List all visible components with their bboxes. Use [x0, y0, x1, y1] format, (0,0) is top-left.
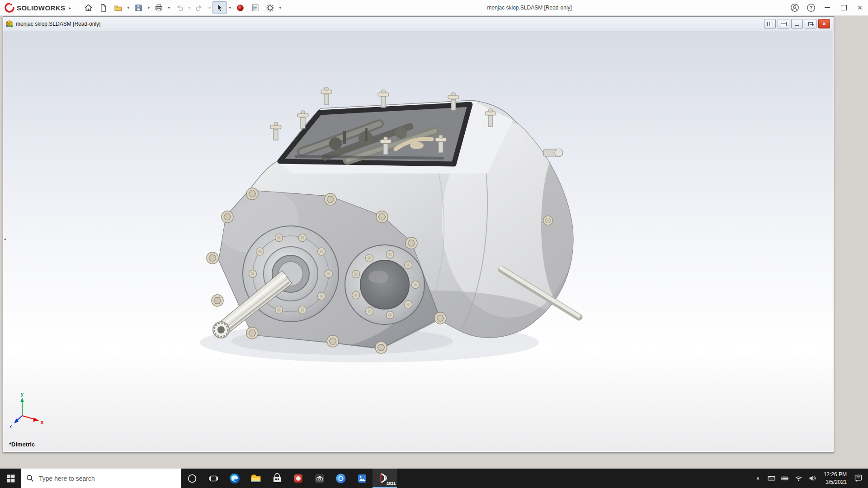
cortana-icon [187, 473, 198, 484]
cortana-button[interactable] [181, 469, 203, 488]
document-window-controls: × [764, 19, 831, 28]
output-flange [345, 245, 425, 324]
open-dropdown-chevron[interactable]: ▾ [126, 6, 131, 10]
user-account-icon [790, 3, 799, 12]
undo-icon [175, 4, 184, 12]
doc-restore-icon [808, 22, 813, 26]
redo-icon [195, 4, 204, 12]
help-button[interactable]: ? [803, 0, 819, 15]
app-window-controls: ? × [787, 0, 868, 15]
undo-dropdown-chevron[interactable]: ▾ [187, 6, 192, 10]
options-dropdown-chevron[interactable]: ▾ [278, 6, 283, 10]
solidworks-logo: SOLIDWORKS [0, 3, 68, 13]
assembly-icon [5, 20, 13, 28]
account-button[interactable] [787, 0, 803, 15]
keyboard-tray-button[interactable] [765, 474, 778, 482]
photos-app-button[interactable] [351, 469, 373, 488]
select-tool-button[interactable] [212, 1, 227, 14]
network-icon [795, 474, 802, 482]
edge-taskbar-button[interactable] [224, 469, 245, 488]
start-button[interactable] [0, 469, 21, 488]
minimize-icon [825, 7, 830, 8]
save-dropdown-chevron[interactable]: ▾ [146, 6, 151, 10]
doc-minimize-icon [795, 25, 799, 26]
windows-taskbar: 2021 ∧ [0, 469, 868, 488]
round-app-icon [335, 473, 347, 484]
battery-tray-button[interactable] [778, 474, 792, 482]
search-input[interactable] [38, 474, 176, 483]
edge-icon [229, 473, 241, 484]
maximize-button[interactable] [835, 0, 852, 15]
network-tray-button[interactable] [792, 474, 806, 482]
print-dropdown-chevron[interactable]: ▾ [166, 6, 171, 10]
select-dropdown-chevron[interactable]: ▾ [227, 6, 232, 10]
logo-flyout-arrow[interactable]: ▸ [69, 5, 71, 10]
taskbar-search[interactable] [21, 469, 181, 488]
file-explorer-icon [250, 473, 262, 484]
pane-split-vertical-button[interactable] [764, 19, 776, 28]
triad-y-label: y [21, 391, 24, 397]
brand-name: SOLIDWORKS [17, 4, 65, 12]
windows-logo-icon [6, 474, 16, 483]
resources-button[interactable] [233, 1, 247, 14]
task-view-button[interactable] [203, 469, 224, 488]
document-titlebar[interactable]: menjac sklop.SLDASM [Read-only] × [3, 17, 834, 31]
clock-date: 3/5/2021 [826, 479, 847, 486]
task-view-icon [208, 473, 219, 484]
main-toolbar: ▾ ▾ ▾ [81, 1, 283, 14]
print-icon [155, 4, 163, 12]
property-sheet-button[interactable] [248, 1, 262, 14]
property-sheet-icon [251, 4, 259, 12]
doc-restore-button[interactable] [805, 19, 816, 28]
document-window: menjac sklop.SLDASM [Read-only] × [3, 16, 834, 453]
solidworks-taskbar-button[interactable]: 2021 [373, 469, 397, 488]
redo-button[interactable] [192, 1, 207, 14]
solidworks-version-badge: 2021 [387, 481, 396, 486]
doc-close-icon: × [822, 21, 826, 27]
home-button[interactable] [81, 1, 95, 14]
triad-x-label: x [41, 419, 44, 425]
save-button[interactable] [131, 1, 146, 14]
select-cursor-icon [216, 4, 224, 12]
red-app-button[interactable] [288, 469, 309, 488]
camera-app-button[interactable] [309, 469, 330, 488]
clock-time: 12:26 PM [824, 471, 847, 478]
graphics-area[interactable]: y x z ◄ *Dimetric [3, 31, 833, 451]
action-center-icon [854, 474, 863, 483]
featuremanager-collapse-arrow[interactable]: ◄ [3, 233, 9, 245]
minimize-button[interactable] [819, 0, 835, 15]
open-button[interactable] [111, 1, 125, 14]
orientation-triad[interactable]: y x z [9, 391, 44, 428]
print-button[interactable] [151, 1, 166, 14]
options-button[interactable] [263, 1, 277, 14]
app-document-title: menjac sklop.SLDASM [Read-only] [487, 5, 571, 11]
volume-tray-button[interactable] [806, 474, 819, 482]
red-sphere-icon [236, 4, 245, 12]
help-icon: ? [807, 3, 816, 12]
split-horizontal-icon [781, 22, 787, 26]
action-center-button[interactable] [851, 474, 865, 483]
round-app-button[interactable] [330, 469, 351, 488]
store-button[interactable] [266, 469, 288, 488]
save-icon [134, 4, 143, 12]
undo-button[interactable] [172, 1, 186, 14]
close-button[interactable]: × [852, 0, 868, 15]
doc-close-button[interactable]: × [818, 19, 830, 28]
solidworks-app: SOLIDWORKS ▸ [0, 0, 868, 488]
file-explorer-button[interactable] [245, 469, 266, 488]
hidden-icons-button[interactable]: ∧ [751, 475, 765, 481]
new-document-button[interactable] [96, 1, 110, 14]
new-document-icon [99, 4, 108, 12]
pane-split-horizontal-button[interactable] [778, 19, 789, 28]
help-glyph: ? [810, 5, 813, 10]
camera-app-icon [314, 473, 326, 484]
touch-keyboard-icon [768, 474, 775, 482]
top-opening-gasket [280, 104, 470, 164]
store-icon [271, 473, 283, 484]
view-orientation-label: *Dimetric [9, 441, 35, 448]
app-titlebar: SOLIDWORKS ▸ [0, 0, 868, 16]
doc-minimize-button[interactable] [791, 19, 803, 28]
taskbar-clock[interactable]: 12:26 PM 3/5/2021 [819, 471, 851, 485]
redo-dropdown-chevron[interactable]: ▾ [207, 6, 212, 10]
hidden-icons-chevron: ∧ [756, 475, 760, 481]
